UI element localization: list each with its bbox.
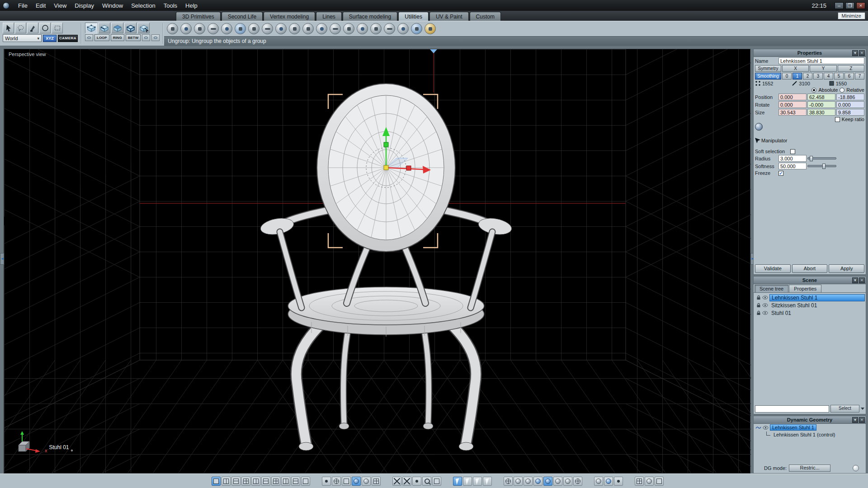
tab-surface-modeling[interactable]: Surface modeling xyxy=(343,12,397,21)
copy-tool-icon[interactable] xyxy=(248,23,259,34)
size-x-field[interactable]: 30.543 xyxy=(778,109,807,116)
tab-custom[interactable]: Custom xyxy=(470,12,501,21)
menu-tools[interactable]: Tools xyxy=(160,1,181,10)
tree-row[interactable]: Sitzkissen Stuhl 01 xyxy=(754,301,866,309)
panel-menu-button[interactable]: ▾ xyxy=(852,417,858,423)
ungroup-tool-icon[interactable] xyxy=(316,23,327,34)
smoothing-level-3[interactable]: 3 xyxy=(813,73,823,80)
shade-textured-icon[interactable] xyxy=(543,477,552,486)
pan-view-icon[interactable] xyxy=(402,477,411,486)
selection-options-icon[interactable] xyxy=(151,34,160,41)
eye-icon[interactable] xyxy=(762,311,768,315)
shrink-selection-icon[interactable] xyxy=(142,34,150,41)
dg-child-label[interactable]: Lehnkissen Stuhl 1 (control) xyxy=(772,432,837,437)
scene-item-label[interactable]: Lehnkissen Stuhl 1 xyxy=(769,294,865,301)
display-points-icon[interactable] xyxy=(322,477,331,486)
between-select-button[interactable]: BETW xyxy=(126,34,141,41)
tunnel-tool-icon[interactable] xyxy=(208,23,219,34)
smoothing-level-1[interactable]: 1 xyxy=(793,73,802,80)
camera-space-button[interactable]: CAMERA xyxy=(58,35,78,42)
size-y-field[interactable]: 38.830 xyxy=(807,109,835,116)
layout-three-top-icon[interactable] xyxy=(261,477,270,486)
smoothing-level-7[interactable]: 7 xyxy=(855,73,864,80)
shade-smooth-icon[interactable] xyxy=(524,477,533,486)
window-minimize-button[interactable]: – xyxy=(835,2,844,9)
rectangle-select-icon[interactable] xyxy=(52,23,63,33)
minimize-tooltip[interactable]: Minimize xyxy=(838,12,865,19)
smoothing-level-2[interactable]: 2 xyxy=(803,73,812,80)
world-space-selector[interactable]: World ▾ xyxy=(3,34,42,42)
menu-window[interactable]: Window xyxy=(98,1,127,10)
panel-menu-button[interactable]: ▾ xyxy=(852,50,858,56)
duplicate-tool-icon[interactable] xyxy=(262,23,273,34)
layout-four-icon[interactable] xyxy=(241,477,250,486)
rotate-tool-icon[interactable] xyxy=(473,477,482,486)
layout-custom-icon[interactable] xyxy=(301,477,310,486)
viewport-3d[interactable]: Perspective view x Stuhl 01 xyxy=(4,49,750,474)
radius-slider[interactable] xyxy=(807,157,836,160)
grow-selection-icon[interactable] xyxy=(85,34,93,41)
tab-lines[interactable]: Lines xyxy=(316,12,342,21)
select-arrow-icon[interactable] xyxy=(3,23,14,33)
symmetry-z-button[interactable]: Z xyxy=(838,65,864,72)
apply-button[interactable]: Apply xyxy=(829,264,864,273)
select-objects-icon[interactable] xyxy=(124,23,137,33)
symmetry-button[interactable]: Symmetry xyxy=(755,65,781,72)
move-tool-icon[interactable] xyxy=(463,477,472,486)
panel-close-button[interactable]: × xyxy=(859,277,865,283)
soft-selection-checkbox[interactable] xyxy=(790,149,795,154)
size-z-field[interactable]: 9.858 xyxy=(836,109,864,116)
display-textured-icon[interactable] xyxy=(362,477,371,486)
viewport-canvas[interactable] xyxy=(4,49,751,474)
weld-tool-icon[interactable] xyxy=(167,23,178,34)
tab-vertex-modeling[interactable]: Vertex modeling xyxy=(264,12,315,21)
position-z-field[interactable]: -18.886 xyxy=(836,94,864,100)
sweep-tool-icon[interactable] xyxy=(411,23,422,34)
menu-display[interactable]: Display xyxy=(71,1,98,10)
scene-search-input[interactable] xyxy=(755,405,829,413)
scene-item-label[interactable]: Stuhl 01 xyxy=(769,310,865,316)
menu-file[interactable]: File xyxy=(14,1,32,10)
smoothing-level-5[interactable]: 5 xyxy=(834,73,844,80)
eye-icon[interactable] xyxy=(762,296,768,300)
layout-three-right-icon[interactable] xyxy=(281,477,290,486)
average-weld-tool-icon[interactable] xyxy=(180,23,192,34)
freeze-checkbox[interactable]: ✓ xyxy=(778,171,783,176)
shade-smooth-wire-icon[interactable] xyxy=(533,477,542,486)
softness-slider[interactable] xyxy=(807,165,836,167)
menu-help[interactable]: Help xyxy=(181,1,202,10)
tab-scene-tree[interactable]: Scene tree xyxy=(755,285,788,292)
dg-tree-row[interactable]: Lehnkissen Stuhl 1 xyxy=(754,424,866,431)
viewport-options-icon[interactable] xyxy=(655,477,664,486)
lock-icon[interactable] xyxy=(756,310,761,315)
panel-collapse-left[interactable]: ◄ xyxy=(0,253,4,265)
symmetry-x-button[interactable]: X xyxy=(782,65,809,72)
select-tool-icon[interactable] xyxy=(453,477,462,486)
dg-item-label[interactable]: Lehnkissen Stuhl 1 xyxy=(770,424,816,431)
decimate-tool-icon[interactable] xyxy=(357,23,368,34)
circle-select-icon[interactable] xyxy=(39,23,51,33)
absolute-radio[interactable] xyxy=(811,88,816,93)
select-auto-icon[interactable] xyxy=(137,23,150,33)
bridge-tool-icon[interactable] xyxy=(194,23,205,34)
rotation-sphere-icon[interactable] xyxy=(755,123,763,131)
menu-edit[interactable]: Edit xyxy=(32,1,50,10)
ring-select-button[interactable]: RING xyxy=(111,34,124,41)
maximize-view-icon[interactable] xyxy=(392,477,401,486)
thickness-tool-icon[interactable] xyxy=(384,23,395,34)
eye-icon[interactable] xyxy=(763,426,769,430)
window-close-button[interactable]: × xyxy=(856,2,865,9)
xyz-axes-button[interactable]: XYZ xyxy=(43,35,57,42)
tab-utilities[interactable]: Utilities xyxy=(398,12,429,21)
layout-three-left-icon[interactable] xyxy=(251,477,260,486)
zoom-view-icon[interactable] xyxy=(422,477,431,486)
shade-xray-icon[interactable] xyxy=(563,477,572,486)
headlight-icon[interactable] xyxy=(604,477,613,486)
display-wireframe-icon[interactable] xyxy=(332,477,341,486)
layout-two-vertical-icon[interactable] xyxy=(222,477,231,486)
shade-wireframe-icon[interactable] xyxy=(504,477,513,486)
select-button[interactable]: Select xyxy=(830,405,859,413)
display-shaded-icon[interactable] xyxy=(352,477,361,486)
tree-row[interactable]: Lehnkissen Stuhl 1 xyxy=(754,294,866,301)
bend-tool-icon[interactable] xyxy=(425,23,436,34)
